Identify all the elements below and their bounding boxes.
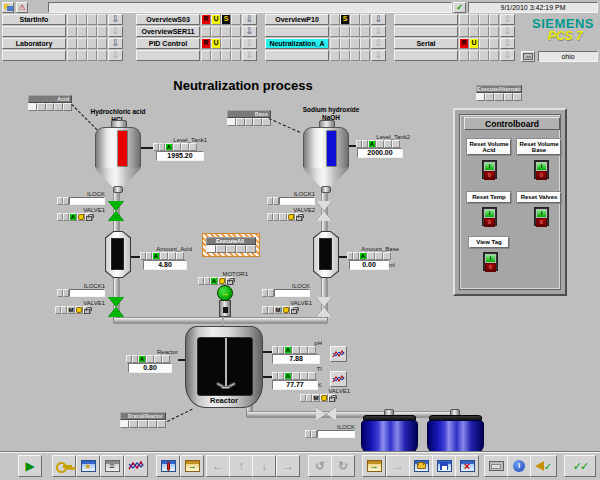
nav-extend-arrow[interactable]: ⇩: [371, 38, 386, 49]
acknowledge-all-button[interactable]: ✓✓: [564, 455, 596, 477]
level-tank1-widget[interactable]: Level_Tank1 A 1995.20: [153, 137, 207, 161]
info-button[interactable]: i: [507, 455, 531, 477]
execute-all-group[interactable]: ExecuteAll: [202, 233, 260, 257]
trend-curves-button[interactable]: [124, 455, 148, 477]
nav-empty-button[interactable]: [136, 50, 200, 61]
acid-ilock1-widget[interactable]: ILOCK1: [57, 283, 105, 297]
nav-extend-arrow[interactable]: ⇩: [108, 38, 123, 49]
acid-valve1-symbol[interactable]: [108, 201, 124, 221]
acid-ilock-widget[interactable]: ILOCK: [57, 191, 105, 205]
undo-button[interactable]: ↺: [308, 455, 332, 477]
amount-base-widget[interactable]: Amount_Base A 0.00ml: [347, 246, 399, 270]
login-key-button[interactable]: [52, 455, 76, 477]
save-picture-button[interactable]: [432, 455, 456, 477]
nav-extend-arrow[interactable]: ⇩: [242, 50, 257, 61]
base-valve1b-widget[interactable]: VALVE1 M: [262, 300, 312, 314]
nav-laboratory-button[interactable]: Laboratory: [2, 38, 66, 49]
nav-extend-arrow[interactable]: ⇩: [242, 14, 257, 25]
nav-overview-ser11-button[interactable]: OverviewSER11: [136, 26, 200, 37]
acid-valve1-widget[interactable]: VALVE1 A: [57, 207, 105, 221]
message-ack-icon[interactable]: ✓: [453, 2, 466, 13]
base-valve2-symbol[interactable]: [316, 297, 332, 317]
reset-temp-switch[interactable]: I0: [482, 207, 497, 226]
nav-extend-arrow[interactable]: ⇩: [108, 14, 123, 25]
reset-volume-acid-button[interactable]: Reset Volume Acid: [467, 139, 511, 155]
motor-running-symbol[interactable]: →: [217, 285, 233, 301]
open-picture-button[interactable]: [409, 455, 433, 477]
alarm-warning-icon[interactable]: ⚠: [16, 2, 28, 13]
nav-extend-arrow[interactable]: ⇩: [500, 26, 515, 37]
base-valve1-symbol[interactable]: [316, 201, 332, 221]
base-ilock-widget[interactable]: ILOCK: [262, 283, 310, 297]
base-valve2-widget[interactable]: VALVE2: [267, 207, 315, 221]
nav-extend-arrow[interactable]: ⇩: [108, 26, 123, 37]
picture-select-icon[interactable]: [2, 2, 14, 13]
acid-group-button[interactable]: Acid: [28, 95, 72, 111]
nav-empty-button[interactable]: [394, 26, 458, 37]
ti-widget[interactable]: TI A 77.77K: [272, 366, 322, 390]
view-tag-switch[interactable]: I0: [483, 252, 498, 271]
nav-extend-arrow[interactable]: ⇩: [108, 50, 123, 61]
process-values-button[interactable]: [156, 455, 180, 477]
execute-alternativ-group[interactable]: ExecuteAlternativ: [476, 85, 522, 101]
nav-extend-arrow[interactable]: ⇩: [371, 26, 386, 37]
reactor-level-widget[interactable]: Reactor A 0.80: [126, 349, 178, 373]
motor1-widget[interactable]: MOTOR1 A: [198, 271, 248, 285]
ph-widget[interactable]: pH A 7.88: [272, 340, 322, 364]
reset-temp-button[interactable]: Reset Temp: [467, 192, 511, 203]
reset-valves-button[interactable]: Reset Valves: [517, 192, 561, 203]
nav-left-button[interactable]: ←: [206, 455, 230, 477]
drain-reactor-group-button[interactable]: Drain&Reactor: [120, 412, 166, 428]
acid-valve2-symbol[interactable]: [108, 297, 124, 317]
nav-empty-button[interactable]: [2, 50, 66, 61]
picture-select-button[interactable]: ★: [76, 455, 100, 477]
amount-acid-widget[interactable]: Amount_Acid A 4.80: [140, 246, 192, 270]
nav-empty-button[interactable]: [2, 26, 66, 37]
runtime-start-button[interactable]: ▶: [18, 455, 42, 477]
reset-valves-switch[interactable]: I0: [534, 207, 549, 226]
nav-down-button[interactable]: ↓: [252, 455, 276, 477]
nav-empty-button[interactable]: [394, 50, 458, 61]
reset-volume-acid-switch[interactable]: I0: [482, 160, 497, 179]
view-tag-button[interactable]: View Tag: [469, 237, 509, 248]
nav-up-button[interactable]: ↑: [229, 455, 253, 477]
nav-extend-arrow[interactable]: ⇩: [500, 38, 515, 49]
nav-neutralization-a-button[interactable]: Neutralization_A: [265, 38, 329, 49]
reset-volume-base-switch[interactable]: I0: [534, 160, 549, 179]
base-group-button[interactable]: Base: [227, 110, 271, 126]
nav-serial-button[interactable]: Serial: [394, 38, 458, 49]
monitor-view-button[interactable]: [484, 455, 508, 477]
redo-button[interactable]: ↻: [331, 455, 355, 477]
nav-overview-p10-button[interactable]: OverviewP10: [265, 14, 329, 25]
alarm-message-line[interactable]: [48, 2, 452, 13]
nav-pid-control-button[interactable]: PID Control: [136, 38, 200, 49]
picture-forward-button[interactable]: →: [386, 455, 410, 477]
nav-startinfo-button[interactable]: StartInfo: [2, 14, 66, 25]
picture-change-button[interactable]: →: [180, 455, 204, 477]
picture-back-button[interactable]: →: [362, 455, 386, 477]
base-ilock1-widget[interactable]: ILOCK1: [267, 191, 315, 205]
level-tank2-widget[interactable]: Level_Tank2 A 2000.00: [356, 134, 410, 158]
nav-extend-arrow[interactable]: ⇩: [500, 50, 515, 61]
reset-volume-base-button[interactable]: Reset Volume Base: [517, 139, 561, 155]
nav-empty-button[interactable]: [265, 26, 329, 37]
drain-valve-widget[interactable]: VALVE1 M: [300, 388, 350, 402]
nav-extend-arrow[interactable]: ⇩: [242, 38, 257, 49]
nav-extend-arrow[interactable]: ⇩: [242, 26, 257, 37]
report-button[interactable]: ≡: [100, 455, 124, 477]
acid-valve1b-widget[interactable]: VALVE1 M: [55, 300, 105, 314]
nav-extend-arrow[interactable]: ⇩: [371, 50, 386, 61]
nav-extend-arrow[interactable]: ⇩: [371, 14, 386, 25]
delete-picture-button[interactable]: ×: [455, 455, 479, 477]
drain-ilock-widget[interactable]: ILOCK: [305, 424, 355, 438]
drain-valve-symbol[interactable]: [316, 407, 336, 421]
nav-overview-s03-button[interactable]: OverviewS03: [136, 14, 200, 25]
nav-empty-button[interactable]: [265, 50, 329, 61]
ph-trend-button[interactable]: [330, 346, 347, 362]
nav-empty-button[interactable]: [394, 14, 458, 25]
nav-extend-arrow[interactable]: ⇩: [500, 14, 515, 25]
audio-ack-button[interactable]: ✓: [530, 455, 557, 477]
ti-trend-button[interactable]: [330, 371, 347, 387]
workstation-monitor-icon[interactable]: [521, 51, 535, 62]
nav-right-button[interactable]: →: [276, 455, 300, 477]
